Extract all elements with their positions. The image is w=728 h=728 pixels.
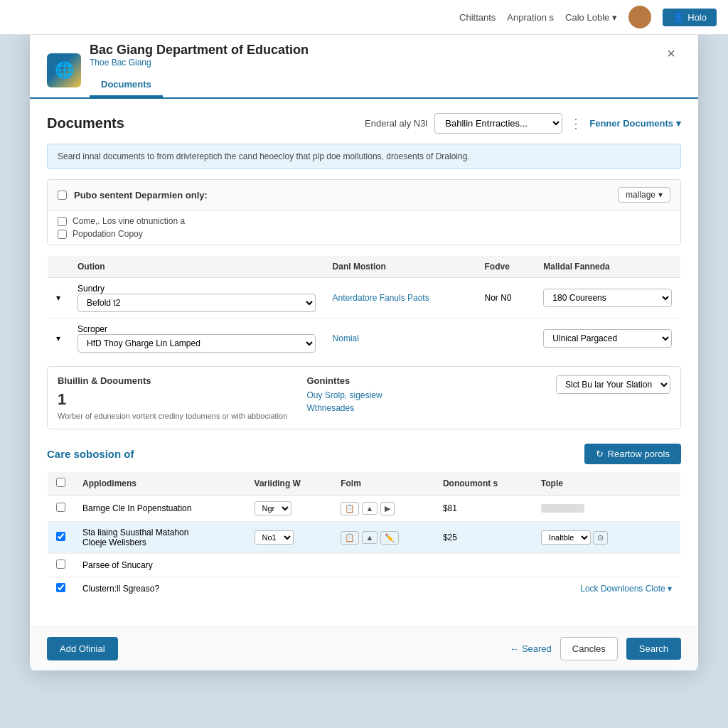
filter-row-dropdown-1: Ulnical Pargaced (535, 318, 680, 359)
documents-section-title: Documents (47, 115, 124, 132)
row3-checkbox[interactable] (56, 583, 65, 592)
lock-downloads-link[interactable]: Lock Downloens Clote ▾ (580, 584, 672, 594)
row3-checkbox-cell (48, 577, 75, 601)
row0-folm-icon-btn[interactable]: 📋 (341, 502, 359, 515)
seared-link[interactable]: ← Seared (510, 643, 552, 654)
row2-checkbox[interactable] (56, 560, 65, 569)
th-malidal: Malidal Fanneda (535, 256, 680, 278)
filter-checkboxes: Come,. Los vine otnuniction a Popodation… (48, 210, 680, 245)
row3-tople: Lock Downloens Clote ▾ (532, 577, 681, 601)
filter-row-select-1[interactable]: HfD Thoy Gharge Lin Lamped (77, 334, 316, 353)
app-th-documents: Donoumont s (434, 472, 532, 496)
add-official-button[interactable]: Add Ofinial (47, 637, 118, 660)
select-all-checkbox[interactable] (56, 478, 65, 487)
guideline-select[interactable]: Slct Bu lar Your Slation (556, 375, 670, 394)
section-controls: Enderal aly N3l Bahllin Entrracties... ⋮… (365, 113, 681, 134)
row3-variiding (246, 577, 333, 601)
app-th-folm: Folm (332, 472, 434, 496)
row1-folm-icon-btn[interactable]: 📋 (341, 531, 359, 545)
public-filter-label: Pubo sentent Deparmien only: (74, 190, 611, 200)
buildin-left: Bluillin & Doouments 1 Worber of edunesi… (58, 375, 293, 420)
nav-link-anpration[interactable]: Anpration s (507, 12, 554, 23)
filter-select[interactable]: Bahllin Entrracties... (434, 113, 562, 134)
row2-name: Parsee of Snucary (74, 554, 246, 577)
table-row: Clustern:ll Sgreaso? Lock Downloens Clot… (48, 577, 681, 601)
top-nav: Chittants Anpration s Calo Loble ▾ 👤 Hol… (0, 0, 728, 35)
filter-label: Enderal aly N3l (365, 118, 427, 129)
buildin-right: Goninttes Ouy Srolp, sigesiew Wthnesades (307, 375, 542, 416)
chevron-down-icon: ▾ (658, 190, 663, 200)
th-checkbox (48, 256, 70, 278)
close-button[interactable]: × (661, 43, 681, 65)
public-filters-box: Pubo sentent Deparmien only: mallage ▾ C… (47, 179, 681, 245)
search-button[interactable]: Search (626, 638, 681, 660)
manage-button[interactable]: mallage ▾ (618, 187, 670, 203)
applications-header-row: Care sobosion of ↻ Reartow porols (47, 444, 681, 464)
row0-tople (532, 496, 681, 522)
checkbox-input-0[interactable] (58, 217, 67, 226)
row1-edit-btn[interactable]: ✏️ (380, 531, 399, 545)
row0-checkbox[interactable] (56, 503, 65, 512)
row0-blurred (541, 504, 584, 513)
row0-up-btn[interactable]: ▲ (362, 502, 378, 515)
guideline-link-0[interactable]: Ouy Srolp, sigesiew (307, 390, 542, 400)
modal: 🌐 Bac Giang Department of Education Thoe… (30, 31, 698, 670)
guideline-link-1[interactable]: Wthnesades (307, 403, 542, 413)
row1-folm: 📋 ▲ ✏️ (332, 522, 434, 554)
row1-checkbox-cell (48, 522, 75, 554)
public-filter-checkbox[interactable] (58, 191, 67, 200)
row1-up-btn[interactable]: ▲ (362, 531, 378, 544)
th-fodve: Fodve (476, 256, 535, 278)
filter-row-0: ▾ Sundry Befold t2 Anterdatore Fanuls Pa… (48, 278, 681, 318)
buildin-num: 1 (58, 390, 293, 409)
row1-tople-select[interactable]: Inaltble (541, 530, 591, 545)
chevron-down-icon: ▾ (668, 584, 672, 594)
row1-tople-icon[interactable]: ⊙ (593, 531, 608, 545)
filter-row-toggle-1: ▾ (48, 318, 70, 359)
footer-right: ← Seared Cancles Search (510, 637, 681, 660)
row1-checkbox[interactable] (56, 532, 65, 541)
nav-dropdown-calo[interactable]: Calo Loble ▾ (565, 12, 617, 23)
reartflow-icon: ↻ (596, 449, 604, 459)
help-button[interactable]: 👤 Holo (663, 9, 717, 26)
checkbox-input-1[interactable] (58, 230, 67, 239)
row0-variiding-select[interactable]: Ngr (255, 501, 291, 515)
filter-danl-link-1[interactable]: Nomial (333, 333, 359, 343)
checkbox-option-0[interactable]: Come,. Los vine otnuniction a (58, 216, 670, 226)
row0-checkbox-cell (48, 496, 75, 522)
filter-malidal-select-1[interactable]: Ulnical Pargaced (543, 329, 672, 348)
buildin-title: Bluillin & Doouments (58, 375, 293, 386)
table-row: Barnge Cle In Popenstuation Ngr 📋 ▲ ▶ $8… (48, 496, 681, 522)
nav-link-chittants[interactable]: Chittants (459, 12, 496, 23)
th-oution: Oution (69, 256, 324, 278)
reartflow-button[interactable]: ↻ Reartow porols (584, 444, 681, 464)
modal-logo-icon: 🌐 (47, 53, 81, 87)
cancel-button[interactable]: Cancles (560, 637, 618, 660)
row1-variiding-select[interactable]: No1 (255, 530, 294, 545)
modal-footer: Add Ofinial ← Seared Cancles Search (30, 626, 698, 670)
checkbox-option-1[interactable]: Popodation Copoy (58, 229, 670, 239)
dots-button[interactable]: ⋮ (569, 116, 582, 132)
guideline-select-wrapper: Slct Bu lar Your Slation (556, 375, 670, 394)
filter-danl-link-0[interactable]: Anterdatore Fanuls Paots (333, 293, 429, 303)
modal-tab-documents[interactable]: Documents (90, 73, 163, 97)
row0-name: Barnge Cle In Popenstuation (74, 496, 246, 522)
table-row: Sta liaing Suusthal Matahon Cloeje Welis… (48, 522, 681, 554)
row0-right-btn[interactable]: ▶ (380, 502, 395, 515)
filter-row-status-0: Nor N0 (476, 278, 535, 318)
filter-malidal-select-0[interactable]: 180 Coureens (543, 289, 672, 307)
user-icon: 👤 (673, 12, 684, 23)
row2-tople (532, 554, 681, 577)
row2-checkbox-cell (48, 554, 75, 577)
filter-row-status-1 (476, 318, 535, 359)
applications-table: Applodimens Variiding W Folm Donoumont s… (47, 471, 681, 601)
filter-link[interactable]: Fenner Documents ▾ (589, 118, 681, 129)
modal-subtitle: Thoe Bac Giang (90, 58, 309, 68)
filter-row-dropdown-0: 180 Coureens (535, 278, 680, 318)
filters-header: Pubo sentent Deparmien only: mallage ▾ (48, 180, 680, 210)
row0-documents: $81 (434, 496, 532, 522)
filter-row-link-1: Nomial (324, 318, 476, 359)
filter-row-select-0[interactable]: Befold t2 (77, 294, 316, 312)
app-th-applodimens: Applodimens (74, 472, 246, 496)
buildin-desc: Worber of edunesion vortent crediny todu… (58, 412, 293, 420)
